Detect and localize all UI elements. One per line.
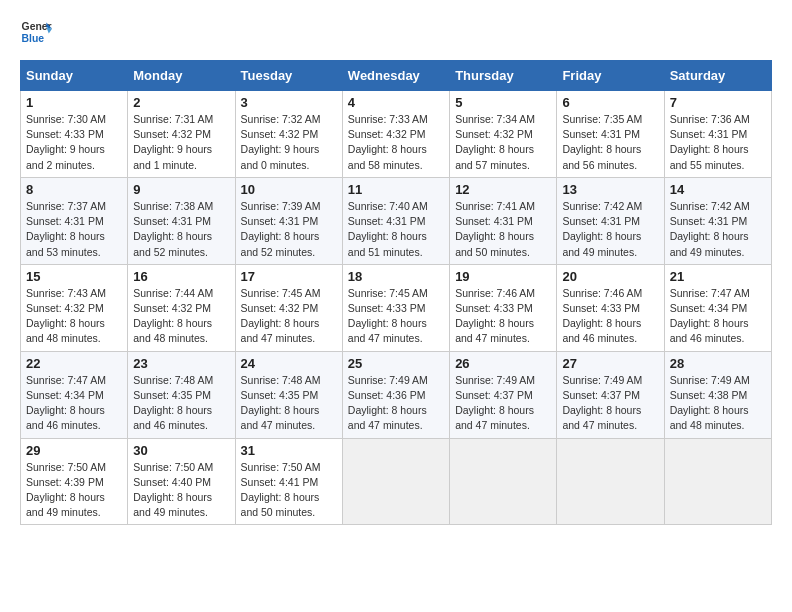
day-header-friday: Friday bbox=[557, 61, 664, 91]
calendar-cell: 5 Sunrise: 7:34 AM Sunset: 4:32 PM Dayli… bbox=[450, 91, 557, 178]
day-header-wednesday: Wednesday bbox=[342, 61, 449, 91]
day-info: Sunrise: 7:39 AM Sunset: 4:31 PM Dayligh… bbox=[241, 199, 337, 260]
calendar-cell: 12 Sunrise: 7:41 AM Sunset: 4:31 PM Dayl… bbox=[450, 177, 557, 264]
day-number: 17 bbox=[241, 269, 337, 284]
day-info: Sunrise: 7:40 AM Sunset: 4:31 PM Dayligh… bbox=[348, 199, 444, 260]
day-info: Sunrise: 7:37 AM Sunset: 4:31 PM Dayligh… bbox=[26, 199, 122, 260]
day-info: Sunrise: 7:33 AM Sunset: 4:32 PM Dayligh… bbox=[348, 112, 444, 173]
day-number: 14 bbox=[670, 182, 766, 197]
calendar-cell: 6 Sunrise: 7:35 AM Sunset: 4:31 PM Dayli… bbox=[557, 91, 664, 178]
logo: General Blue bbox=[20, 16, 52, 48]
day-number: 1 bbox=[26, 95, 122, 110]
day-number: 3 bbox=[241, 95, 337, 110]
calendar-cell: 4 Sunrise: 7:33 AM Sunset: 4:32 PM Dayli… bbox=[342, 91, 449, 178]
calendar-cell: 13 Sunrise: 7:42 AM Sunset: 4:31 PM Dayl… bbox=[557, 177, 664, 264]
day-number: 8 bbox=[26, 182, 122, 197]
day-info: Sunrise: 7:49 AM Sunset: 4:36 PM Dayligh… bbox=[348, 373, 444, 434]
calendar-cell: 21 Sunrise: 7:47 AM Sunset: 4:34 PM Dayl… bbox=[664, 264, 771, 351]
day-number: 24 bbox=[241, 356, 337, 371]
day-number: 27 bbox=[562, 356, 658, 371]
calendar-cell: 28 Sunrise: 7:49 AM Sunset: 4:38 PM Dayl… bbox=[664, 351, 771, 438]
day-info: Sunrise: 7:31 AM Sunset: 4:32 PM Dayligh… bbox=[133, 112, 229, 173]
day-info: Sunrise: 7:49 AM Sunset: 4:37 PM Dayligh… bbox=[562, 373, 658, 434]
day-number: 2 bbox=[133, 95, 229, 110]
calendar-cell: 27 Sunrise: 7:49 AM Sunset: 4:37 PM Dayl… bbox=[557, 351, 664, 438]
day-number: 6 bbox=[562, 95, 658, 110]
day-number: 13 bbox=[562, 182, 658, 197]
day-header-saturday: Saturday bbox=[664, 61, 771, 91]
day-number: 25 bbox=[348, 356, 444, 371]
day-info: Sunrise: 7:45 AM Sunset: 4:32 PM Dayligh… bbox=[241, 286, 337, 347]
day-header-monday: Monday bbox=[128, 61, 235, 91]
day-number: 7 bbox=[670, 95, 766, 110]
calendar-cell: 3 Sunrise: 7:32 AM Sunset: 4:32 PM Dayli… bbox=[235, 91, 342, 178]
calendar-cell: 11 Sunrise: 7:40 AM Sunset: 4:31 PM Dayl… bbox=[342, 177, 449, 264]
day-info: Sunrise: 7:30 AM Sunset: 4:33 PM Dayligh… bbox=[26, 112, 122, 173]
day-info: Sunrise: 7:44 AM Sunset: 4:32 PM Dayligh… bbox=[133, 286, 229, 347]
calendar-cell: 18 Sunrise: 7:45 AM Sunset: 4:33 PM Dayl… bbox=[342, 264, 449, 351]
calendar-table: SundayMondayTuesdayWednesdayThursdayFrid… bbox=[20, 60, 772, 525]
calendar-cell: 23 Sunrise: 7:48 AM Sunset: 4:35 PM Dayl… bbox=[128, 351, 235, 438]
day-info: Sunrise: 7:50 AM Sunset: 4:41 PM Dayligh… bbox=[241, 460, 337, 521]
day-number: 31 bbox=[241, 443, 337, 458]
calendar-cell bbox=[664, 438, 771, 525]
day-info: Sunrise: 7:50 AM Sunset: 4:40 PM Dayligh… bbox=[133, 460, 229, 521]
day-number: 29 bbox=[26, 443, 122, 458]
day-number: 21 bbox=[670, 269, 766, 284]
day-info: Sunrise: 7:32 AM Sunset: 4:32 PM Dayligh… bbox=[241, 112, 337, 173]
calendar-cell: 17 Sunrise: 7:45 AM Sunset: 4:32 PM Dayl… bbox=[235, 264, 342, 351]
calendar-cell: 7 Sunrise: 7:36 AM Sunset: 4:31 PM Dayli… bbox=[664, 91, 771, 178]
header: General Blue bbox=[20, 16, 772, 48]
calendar-cell: 26 Sunrise: 7:49 AM Sunset: 4:37 PM Dayl… bbox=[450, 351, 557, 438]
day-number: 30 bbox=[133, 443, 229, 458]
day-info: Sunrise: 7:35 AM Sunset: 4:31 PM Dayligh… bbox=[562, 112, 658, 173]
calendar-cell: 10 Sunrise: 7:39 AM Sunset: 4:31 PM Dayl… bbox=[235, 177, 342, 264]
day-info: Sunrise: 7:46 AM Sunset: 4:33 PM Dayligh… bbox=[562, 286, 658, 347]
calendar-cell: 20 Sunrise: 7:46 AM Sunset: 4:33 PM Dayl… bbox=[557, 264, 664, 351]
day-info: Sunrise: 7:34 AM Sunset: 4:32 PM Dayligh… bbox=[455, 112, 551, 173]
day-info: Sunrise: 7:41 AM Sunset: 4:31 PM Dayligh… bbox=[455, 199, 551, 260]
day-number: 11 bbox=[348, 182, 444, 197]
day-number: 26 bbox=[455, 356, 551, 371]
logo-icon: General Blue bbox=[20, 16, 52, 48]
day-info: Sunrise: 7:49 AM Sunset: 4:37 PM Dayligh… bbox=[455, 373, 551, 434]
day-number: 16 bbox=[133, 269, 229, 284]
svg-text:Blue: Blue bbox=[22, 33, 45, 44]
day-info: Sunrise: 7:43 AM Sunset: 4:32 PM Dayligh… bbox=[26, 286, 122, 347]
calendar-cell: 31 Sunrise: 7:50 AM Sunset: 4:41 PM Dayl… bbox=[235, 438, 342, 525]
day-number: 4 bbox=[348, 95, 444, 110]
day-number: 15 bbox=[26, 269, 122, 284]
calendar-cell: 19 Sunrise: 7:46 AM Sunset: 4:33 PM Dayl… bbox=[450, 264, 557, 351]
calendar-cell: 22 Sunrise: 7:47 AM Sunset: 4:34 PM Dayl… bbox=[21, 351, 128, 438]
day-info: Sunrise: 7:42 AM Sunset: 4:31 PM Dayligh… bbox=[562, 199, 658, 260]
day-header-sunday: Sunday bbox=[21, 61, 128, 91]
day-info: Sunrise: 7:48 AM Sunset: 4:35 PM Dayligh… bbox=[133, 373, 229, 434]
day-number: 19 bbox=[455, 269, 551, 284]
day-info: Sunrise: 7:36 AM Sunset: 4:31 PM Dayligh… bbox=[670, 112, 766, 173]
calendar-cell: 14 Sunrise: 7:42 AM Sunset: 4:31 PM Dayl… bbox=[664, 177, 771, 264]
calendar-cell: 9 Sunrise: 7:38 AM Sunset: 4:31 PM Dayli… bbox=[128, 177, 235, 264]
calendar-cell: 24 Sunrise: 7:48 AM Sunset: 4:35 PM Dayl… bbox=[235, 351, 342, 438]
day-number: 22 bbox=[26, 356, 122, 371]
day-number: 20 bbox=[562, 269, 658, 284]
day-number: 5 bbox=[455, 95, 551, 110]
day-info: Sunrise: 7:46 AM Sunset: 4:33 PM Dayligh… bbox=[455, 286, 551, 347]
day-header-tuesday: Tuesday bbox=[235, 61, 342, 91]
day-header-thursday: Thursday bbox=[450, 61, 557, 91]
calendar-cell: 2 Sunrise: 7:31 AM Sunset: 4:32 PM Dayli… bbox=[128, 91, 235, 178]
day-info: Sunrise: 7:38 AM Sunset: 4:31 PM Dayligh… bbox=[133, 199, 229, 260]
day-info: Sunrise: 7:42 AM Sunset: 4:31 PM Dayligh… bbox=[670, 199, 766, 260]
calendar-cell: 16 Sunrise: 7:44 AM Sunset: 4:32 PM Dayl… bbox=[128, 264, 235, 351]
calendar-cell bbox=[342, 438, 449, 525]
calendar-cell: 30 Sunrise: 7:50 AM Sunset: 4:40 PM Dayl… bbox=[128, 438, 235, 525]
calendar-cell bbox=[450, 438, 557, 525]
calendar-cell: 1 Sunrise: 7:30 AM Sunset: 4:33 PM Dayli… bbox=[21, 91, 128, 178]
day-info: Sunrise: 7:47 AM Sunset: 4:34 PM Dayligh… bbox=[670, 286, 766, 347]
day-info: Sunrise: 7:45 AM Sunset: 4:33 PM Dayligh… bbox=[348, 286, 444, 347]
day-number: 10 bbox=[241, 182, 337, 197]
day-info: Sunrise: 7:47 AM Sunset: 4:34 PM Dayligh… bbox=[26, 373, 122, 434]
day-info: Sunrise: 7:49 AM Sunset: 4:38 PM Dayligh… bbox=[670, 373, 766, 434]
day-number: 23 bbox=[133, 356, 229, 371]
day-info: Sunrise: 7:48 AM Sunset: 4:35 PM Dayligh… bbox=[241, 373, 337, 434]
calendar-cell: 15 Sunrise: 7:43 AM Sunset: 4:32 PM Dayl… bbox=[21, 264, 128, 351]
